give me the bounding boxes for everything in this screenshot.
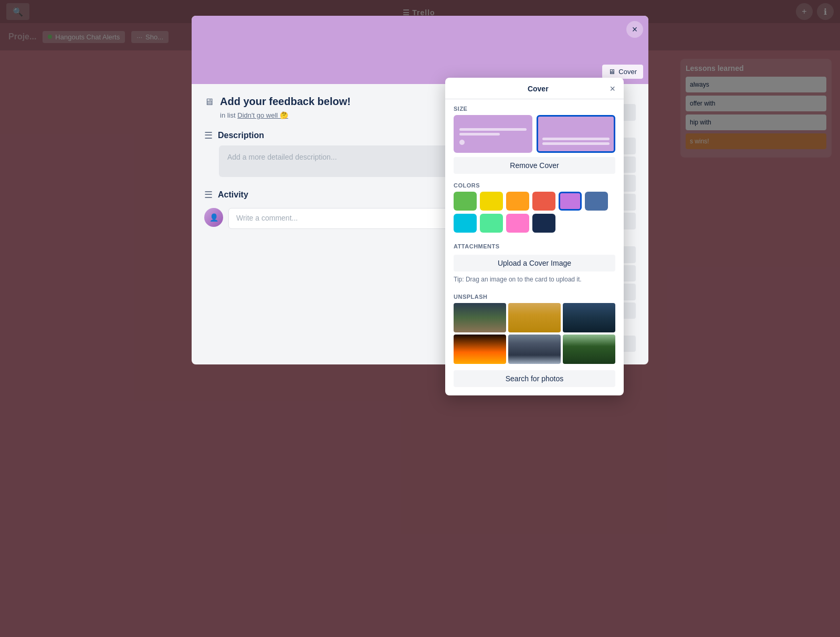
- card-title-icon: 🖥: [204, 97, 214, 108]
- unsplash-image-3[interactable]: [563, 303, 615, 332]
- size-option-small[interactable]: [454, 115, 532, 153]
- size-line-full-2: [542, 142, 610, 145]
- upload-cover-button[interactable]: Upload a Cover Image: [454, 255, 615, 271]
- color-green[interactable]: [454, 192, 477, 211]
- cover-panel: Cover × SIZE Remove Cover COLO: [445, 78, 624, 395]
- color-orange[interactable]: [506, 192, 529, 211]
- unsplash-grid: [445, 303, 624, 368]
- cover-panel-close-button[interactable]: ×: [610, 84, 615, 93]
- cover-panel-header: Cover ×: [445, 78, 624, 99]
- unsplash-image-5[interactable]: [508, 335, 561, 364]
- unsplash-image-1[interactable]: [454, 303, 506, 332]
- color-mint[interactable]: [480, 214, 503, 233]
- modal-close-button[interactable]: ×: [626, 21, 643, 38]
- size-option-full[interactable]: [537, 115, 615, 153]
- size-line-1: [459, 128, 527, 131]
- color-purple[interactable]: [559, 192, 582, 211]
- cover-icon: 🖥: [608, 68, 615, 76]
- color-cyan[interactable]: [454, 214, 477, 233]
- colors-grid: [445, 192, 624, 237]
- size-dot: [459, 140, 465, 145]
- card-list-link[interactable]: Didn't go well 🤔: [237, 111, 288, 119]
- color-red[interactable]: [532, 192, 555, 211]
- card-cover: 🖥 Cover ×: [192, 16, 648, 84]
- modal-overlay: 🖥 Cover × 🖥 Add your feedback below! in …: [0, 0, 840, 637]
- activity-icon: ☰: [204, 189, 213, 201]
- activity-title-row: ☰ Activity: [204, 189, 248, 201]
- card-title: Add your feedback below!: [220, 95, 351, 108]
- unsplash-image-6[interactable]: [563, 335, 615, 364]
- size-line-2: [459, 133, 500, 135]
- unsplash-section-label: UNSPLASH: [445, 287, 624, 303]
- attachments-section-label: ATTACHMENTS: [445, 237, 624, 253]
- color-steel-blue[interactable]: [585, 192, 608, 211]
- unsplash-image-4[interactable]: [454, 335, 506, 364]
- search-photos-button[interactable]: Search for photos: [454, 370, 615, 387]
- cover-panel-title: Cover: [466, 85, 610, 93]
- colors-section-label: COLORS: [445, 176, 624, 192]
- unsplash-image-2[interactable]: [508, 303, 561, 332]
- tip-text: Tip: Drag an image on to the card to upl…: [445, 274, 624, 287]
- size-section-label: SIZE: [445, 99, 624, 115]
- size-line-full-1: [542, 138, 610, 140]
- description-icon: ☰: [204, 130, 213, 141]
- color-pink[interactable]: [506, 214, 529, 233]
- cover-button[interactable]: 🖥 Cover: [602, 65, 643, 79]
- size-options: [445, 115, 624, 157]
- remove-cover-button[interactable]: Remove Cover: [454, 157, 615, 174]
- color-dark-navy[interactable]: [532, 214, 555, 233]
- color-yellow[interactable]: [480, 192, 503, 211]
- user-avatar: 👤: [204, 208, 223, 227]
